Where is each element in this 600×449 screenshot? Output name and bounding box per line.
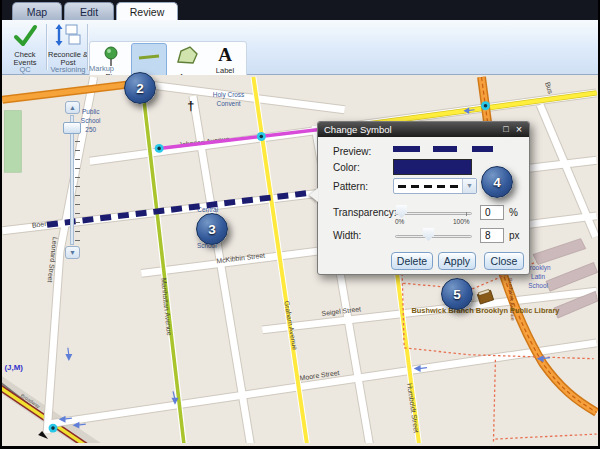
dialog-title: Change Symbol [324, 124, 392, 135]
pattern-dash-preview [398, 185, 458, 188]
close-button[interactable]: Close [484, 252, 524, 270]
road-manhattan-avenue [141, 77, 184, 443]
zoom-in-button[interactable]: ▲ [65, 101, 80, 114]
color-swatch[interactable] [393, 159, 472, 175]
park-area [4, 111, 21, 172]
label-public-school-2: School [81, 117, 101, 124]
label-public-school-1: Public [82, 108, 100, 115]
street-top [149, 85, 344, 110]
tab-review[interactable]: Review [116, 2, 178, 20]
preview-dash-1 [393, 146, 420, 152]
check-events-button[interactable] [2, 23, 48, 51]
markup-group-caption: Markup [89, 64, 219, 73]
label-library: Bushwick Branch Brooklyn Public Library [411, 306, 560, 315]
label-icon: A [218, 44, 232, 65]
zoom-track[interactable] [70, 115, 74, 245]
map-zoom-slider: ▲ ▼ [63, 101, 82, 259]
church-cross-icon: † [187, 98, 194, 113]
preview-label: Preview: [333, 146, 371, 157]
dialog-title-bar[interactable]: Change Symbol [318, 122, 529, 137]
pattern-dropdown[interactable]: ▼ [393, 178, 477, 194]
callout-badge-3: 3 [196, 213, 228, 245]
transparency-unit: % [509, 207, 518, 218]
chevron-down-icon[interactable]: ▼ [462, 179, 476, 193]
reconcile-post-label: Reconcile & Post [47, 51, 89, 66]
width-unit: px [509, 230, 520, 241]
callout-badge-2: 2 [124, 72, 156, 104]
close-icon[interactable]: × [514, 125, 524, 134]
window-content: Map Edit Review Check Events QC [2, 0, 598, 446]
preview-dash-2 [433, 146, 457, 152]
transparency-label: Transparency: [333, 207, 397, 218]
label-humboldt-street: Humboldt Street [406, 383, 420, 434]
application-window: Map Edit Review Check Events QC [0, 0, 600, 449]
qc-group-caption: QC [2, 65, 48, 74]
transparency-min-label: 0% [395, 218, 404, 225]
zoom-ticks [75, 141, 80, 241]
delete-button[interactable]: Delete [391, 252, 433, 270]
maximize-icon[interactable]: □ [501, 125, 511, 134]
dialog-callout-arrow [309, 188, 318, 202]
transparency-max-tick [466, 212, 467, 216]
label-bushwick-fragment: Bus [544, 81, 555, 95]
reconcile-post-button[interactable] [47, 23, 89, 51]
ribbon-group-versioning: Reconcile & Post Versioning [47, 20, 89, 75]
width-slider-thumb[interactable] [423, 228, 434, 241]
label-holy-cross-1: Holy Cross [213, 91, 244, 99]
width-label: Width: [333, 230, 361, 241]
label-manhattan-avenue: Manhattan Avenue [160, 278, 173, 336]
ribbon-tab-bar: Map Edit Review [2, 0, 598, 20]
label-holy-cross-2: Convent [217, 100, 241, 107]
zoom-thumb[interactable] [63, 122, 81, 134]
label-brooklyn-latin-3: School [528, 282, 548, 289]
transparency-slider-thumb[interactable] [396, 205, 407, 218]
check-events-label: Check Events [5, 51, 45, 66]
check-icon [12, 23, 38, 47]
street-moore [47, 343, 597, 424]
width-value-input[interactable]: 8 [480, 228, 504, 243]
group-divider [87, 24, 88, 70]
label-brooklyn-latin-2: Latin [531, 273, 545, 280]
tab-map[interactable]: Map [12, 2, 62, 20]
transparency-max-label: 100% [453, 218, 470, 225]
tab-edit[interactable]: Edit [64, 2, 114, 20]
label-public-school-3: 250 [85, 126, 96, 133]
transparency-value-input[interactable]: 0 [480, 205, 504, 220]
preview-dash-3 [472, 146, 493, 152]
versioning-group-caption: Versioning [47, 65, 89, 74]
pattern-label: Pattern: [333, 181, 368, 192]
ribbon-group-qc: Check Events QC [2, 20, 48, 75]
callout-badge-5: 5 [441, 278, 473, 310]
zoom-out-button[interactable]: ▼ [65, 246, 80, 259]
callout-badge-4: 4 [481, 166, 513, 198]
color-label: Color: [333, 162, 360, 173]
label-subway-jm: (J,M) [4, 363, 23, 372]
ribbon: Check Events QC Reconcile & Post Version… [2, 20, 598, 75]
change-symbol-dialog: Change Symbol □ × Preview: Color: Patter… [317, 121, 530, 275]
line-markup-navy-dashed[interactable] [47, 193, 308, 225]
reconcile-icon [54, 23, 82, 47]
apply-button[interactable]: Apply [438, 252, 476, 270]
